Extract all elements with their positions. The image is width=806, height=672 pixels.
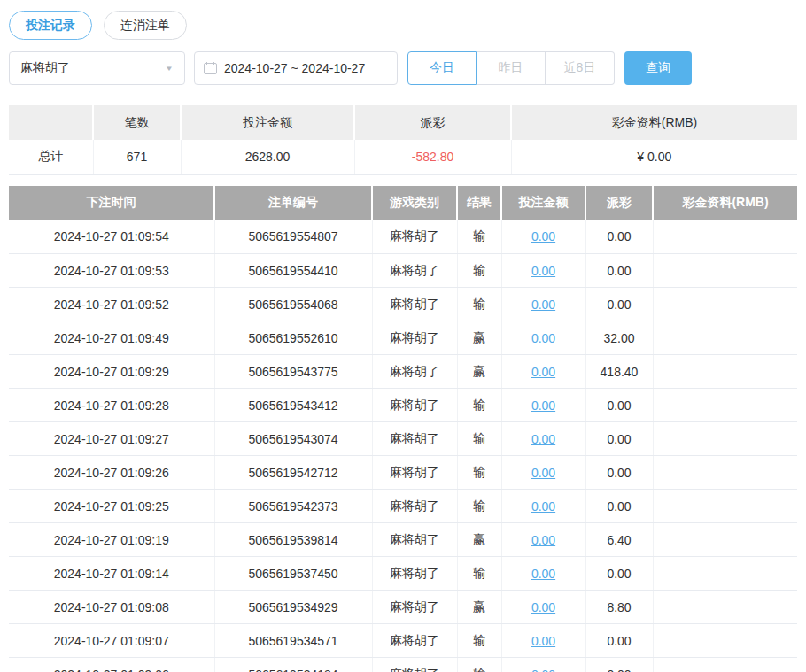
bet-amount-link[interactable]: 0.00 xyxy=(531,432,555,446)
query-button[interactable]: 查询 xyxy=(624,51,692,85)
summary-header-row: 笔数 投注金额 派彩 彩金资料(RMB) xyxy=(9,105,797,140)
bonus-cell xyxy=(653,557,797,591)
bet-time-cell: 2024-10-27 01:09:53 xyxy=(9,254,214,288)
order-number-cell: 5065619534184 xyxy=(214,658,372,672)
bet-time-cell: 2024-10-27 01:09:08 xyxy=(9,591,214,624)
result-cell: 赢 xyxy=(457,523,501,557)
result-cell: 输 xyxy=(457,288,501,321)
bonus-cell xyxy=(653,422,797,456)
bet-amount-link[interactable]: 0.00 xyxy=(531,499,555,514)
tab-cancelled-bets[interactable]: 连消注单 xyxy=(104,11,187,40)
bet-table-header-row: 下注时间 注单编号 游戏类别 结果 投注金额 派彩 彩金资料(RMB) xyxy=(9,186,797,220)
record-type-tabs: 投注记录 连消注单 xyxy=(9,11,806,40)
chevron-down-icon: ▼ xyxy=(165,65,174,73)
order-number-cell: 5065619542373 xyxy=(214,490,372,523)
bet-time-cell: 2024-10-27 01:09:19 xyxy=(9,523,214,557)
game-type-cell: 麻将胡了 xyxy=(372,658,457,672)
bet-amount-cell: 0.00 xyxy=(501,591,585,624)
table-row: 2024-10-27 01:09:14 5065619537450 麻将胡了 输… xyxy=(9,557,797,591)
order-number-cell: 5065619543074 xyxy=(214,422,372,456)
order-number-cell: 5065619537450 xyxy=(214,557,372,591)
table-row: 2024-10-27 01:09:08 5065619534929 麻将胡了 赢… xyxy=(9,591,797,624)
bet-amount-link[interactable]: 0.00 xyxy=(531,264,555,278)
payout-cell: 0.00 xyxy=(585,624,653,658)
payout-cell: 0.00 xyxy=(585,220,653,254)
bet-amount-cell: 0.00 xyxy=(501,422,585,456)
table-row: 2024-10-27 01:09:28 5065619543412 麻将胡了 输… xyxy=(9,389,797,422)
bet-amount-link[interactable]: 0.00 xyxy=(531,668,555,672)
bonus-cell xyxy=(653,254,797,288)
payout-cell: 0.00 xyxy=(585,254,653,288)
bonus-cell xyxy=(653,456,797,490)
bet-amount-link[interactable]: 0.00 xyxy=(531,634,555,648)
bet-amount-link[interactable]: 0.00 xyxy=(531,229,555,243)
bet-time-cell: 2024-10-27 01:09:29 xyxy=(9,355,214,389)
bonus-cell xyxy=(653,591,797,624)
payout-cell: 32.00 xyxy=(585,321,653,355)
payout-cell: 0.00 xyxy=(585,557,653,591)
table-row: 2024-10-27 01:09:07 5065619534571 麻将胡了 输… xyxy=(9,624,797,658)
tab-betting-records[interactable]: 投注记录 xyxy=(9,11,92,40)
bet-amount-link[interactable]: 0.00 xyxy=(531,398,555,413)
bet-amount-link[interactable]: 0.00 xyxy=(531,567,555,581)
table-row: 2024-10-27 01:09:25 5065619542373 麻将胡了 输… xyxy=(9,490,797,523)
summary-header-payout: 派彩 xyxy=(354,105,511,140)
today-button[interactable]: 今日 xyxy=(407,51,477,85)
table-row: 2024-10-27 01:09:19 5065619539814 麻将胡了 赢… xyxy=(9,523,797,557)
bet-amount-cell: 0.00 xyxy=(501,389,585,422)
payout-cell: 0.00 xyxy=(585,490,653,523)
order-number-cell: 5065619554807 xyxy=(214,220,372,254)
payout-cell: 0.00 xyxy=(585,422,653,456)
game-select[interactable]: 麻将胡了 ▼ xyxy=(9,51,185,85)
bet-amount-cell: 0.00 xyxy=(501,658,585,672)
bet-amount-cell: 0.00 xyxy=(501,288,585,321)
result-cell: 输 xyxy=(457,422,501,456)
bet-amount-link[interactable]: 0.00 xyxy=(531,331,555,345)
order-number-cell: 5065619554068 xyxy=(214,288,372,321)
payout-cell: 8.80 xyxy=(585,591,653,624)
result-cell: 赢 xyxy=(457,591,501,624)
bet-time-cell: 2024-10-27 01:09:49 xyxy=(9,321,214,355)
bet-amount-cell: 0.00 xyxy=(501,220,585,254)
bet-amount-cell: 0.00 xyxy=(501,254,585,288)
bet-amount-cell: 0.00 xyxy=(501,557,585,591)
payout-cell: 0.00 xyxy=(585,288,653,321)
order-number-cell: 5065619542712 xyxy=(214,456,372,490)
yesterday-button[interactable]: 昨日 xyxy=(477,51,546,85)
table-row: 2024-10-27 01:09:49 5065619552610 麻将胡了 赢… xyxy=(9,321,797,355)
bet-amount-link[interactable]: 0.00 xyxy=(531,297,555,312)
bet-amount-link[interactable]: 0.00 xyxy=(531,533,555,547)
bet-amount-cell: 0.00 xyxy=(501,456,585,490)
bet-time-cell: 2024-10-27 01:09:07 xyxy=(9,624,214,658)
bet-amount-link[interactable]: 0.00 xyxy=(531,365,555,379)
header-payout: 派彩 xyxy=(585,186,653,220)
last-8-days-button[interactable]: 近8日 xyxy=(546,51,615,85)
quick-date-button-group: 今日 昨日 近8日 xyxy=(407,51,615,85)
summary-header-count: 笔数 xyxy=(93,105,181,140)
header-bet-time: 下注时间 xyxy=(9,186,214,220)
date-range-input[interactable]: 2024-10-27 ~ 2024-10-27 xyxy=(194,51,398,85)
bonus-cell xyxy=(653,355,797,389)
summary-header-bonus: 彩金资料(RMB) xyxy=(511,105,797,140)
summary-total-bonus: ¥ 0.00 xyxy=(511,140,797,174)
summary-total-payout: -582.80 xyxy=(354,140,511,174)
game-select-value: 麻将胡了 xyxy=(20,60,70,76)
bet-amount-link[interactable]: 0.00 xyxy=(531,600,555,614)
order-number-cell: 5065619552610 xyxy=(214,321,372,355)
header-bonus: 彩金资料(RMB) xyxy=(653,186,797,220)
bonus-cell xyxy=(653,490,797,523)
bet-table-body: 2024-10-27 01:09:54 5065619554807 麻将胡了 输… xyxy=(9,220,797,672)
table-row: 2024-10-27 01:09:27 5065619543074 麻将胡了 输… xyxy=(9,422,797,456)
bonus-cell xyxy=(653,389,797,422)
bet-amount-link[interactable]: 0.00 xyxy=(531,466,555,480)
bet-amount-cell: 0.00 xyxy=(501,490,585,523)
result-cell: 输 xyxy=(457,220,501,254)
game-type-cell: 麻将胡了 xyxy=(372,254,457,288)
bet-time-cell: 2024-10-27 01:09:27 xyxy=(9,422,214,456)
result-cell: 输 xyxy=(457,624,501,658)
bet-time-cell: 2024-10-27 01:09:06 xyxy=(9,658,214,672)
table-row: 2024-10-27 01:09:52 5065619554068 麻将胡了 输… xyxy=(9,288,797,321)
game-type-cell: 麻将胡了 xyxy=(372,557,457,591)
table-row: 2024-10-27 01:09:54 5065619554807 麻将胡了 输… xyxy=(9,220,797,254)
filter-bar: 麻将胡了 ▼ 2024-10-27 ~ 2024-10-27 今日 昨日 近8日… xyxy=(9,51,806,85)
